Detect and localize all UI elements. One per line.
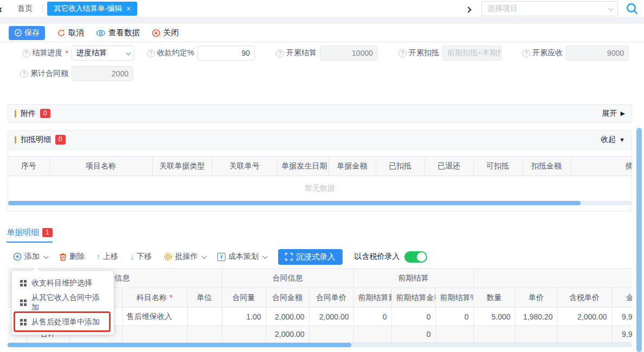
deduction-count-badge: 0 [55,135,66,145]
total-contract-amount: 2,000.00 [266,326,309,343]
attachments-header: 附件 0 展开 ▶ [8,104,632,123]
cell-subject[interactable]: 售后维保收入 [122,308,187,326]
field-payment-pct: ? 收款约定% 90 [140,45,255,61]
search-icon[interactable] [626,2,639,15]
col-prev-qty: 前期结算量 [353,288,391,308]
undo-icon [57,29,66,37]
gear-icon [164,252,172,261]
cost-plan-button[interactable]: ¥ 成本策划 [217,252,266,262]
cell-prev-amount[interactable]: 0 [391,308,435,326]
collapse-triangle-icon: ▼ [619,136,625,143]
hscroll-thumb[interactable] [8,343,351,347]
help-icon: ? [22,49,30,57]
cell-unit[interactable] [187,308,222,326]
add-label: 添加 [24,252,40,262]
fullscreen-corners-icon [285,253,293,260]
settle-progress-label: 结算进度 [33,48,63,58]
col-subject: 科目名称 * [122,288,187,308]
save-button[interactable]: 保存 [9,26,45,40]
chevron-down-icon [262,253,268,259]
cell-amount[interactable]: 9,901.00 [611,308,632,326]
arrow-down-icon: ↓ [130,252,134,261]
deduction-collapse-button[interactable]: 收起 ▼ [601,135,625,145]
empty-state-text: 暂无数据 [8,176,632,201]
tax-included-toggle[interactable] [404,251,427,263]
toggle-knob [417,252,426,262]
group-previous-settle: 前期结算 [353,269,473,288]
eye-icon [96,29,106,37]
tab-overflow-arrow-icon[interactable] [466,4,474,14]
cum-settle-value: 10000 [352,49,373,57]
help-icon: ? [20,70,28,78]
chevron-down-icon [608,5,614,11]
col-doc-date: 单据发生日期 [277,157,329,176]
cell-price[interactable]: 1,980.20 [515,308,557,326]
plus-circle-icon [13,252,22,261]
move-up-button[interactable]: ↑ 上移 [96,252,118,262]
tab-active-label: 其它收入结算单-编辑 [54,4,122,14]
view-data-button[interactable]: 查看数据 [96,28,140,38]
col-contract-qty: 合同量 [222,288,266,308]
help-icon: ? [398,49,407,57]
cell-qty[interactable]: 5.000 [473,308,515,326]
cell-prev-qty[interactable]: 0 [353,308,391,326]
cum-deduct-placeholder: 前期扣抵+本期扣抵 [447,48,501,58]
cell-prev-pct[interactable]: 0 [435,308,473,326]
field-settle-progress: ? 结算进度 * 进度结算 [12,45,134,61]
settle-progress-select[interactable]: 进度结算 [72,45,134,61]
tab-home[interactable]: 首页 [12,2,38,16]
cum-receivable-value: 9000 [607,49,624,57]
chevron-down-icon [43,253,49,259]
col-contract-amount: 合同金额 [266,288,309,308]
col-tax-price: 含税单价 [557,288,611,308]
cell-contract-price[interactable]: 2,000.00 [309,308,353,326]
save-label: 保存 [24,28,40,38]
cum-settle-input: 10000 [320,45,378,61]
cum-deduct-label: 开累扣抵 [409,48,439,58]
menu-item-subject-maintain[interactable]: 收支科目维护选择 [12,273,114,293]
close-button[interactable]: 关闭 [152,28,179,38]
vertical-scrollbar-thumb[interactable] [636,128,642,352]
delete-button[interactable]: 删除 [59,252,85,262]
grid-icon [20,280,23,283]
col-seq: 序号 [8,157,49,176]
tab-divider [42,4,43,13]
col-price: 单价 [515,288,557,308]
col-unit: 单位 [187,288,222,308]
collapse-label: 收起 [601,135,616,145]
col-returned: 已退还 [424,157,473,176]
menu-item-from-aftersale-order[interactable]: 从售后处理单中添加 [12,312,114,332]
field-cum-deduct: ? 开累扣抵 前期扣抵+本期扣抵 [398,45,501,61]
cost-plan-label: 成本策划 [228,252,259,262]
immersive-entry-button[interactable]: 沉浸式录入 [278,249,343,265]
hscroll-thumb[interactable] [8,201,581,205]
cum-contract-label: 累计合同额 [30,69,68,79]
project-select[interactable]: 选择项目 [481,1,618,16]
col-remark: 摘要 [571,157,632,176]
move-down-button[interactable]: ↓ 下移 [130,252,152,262]
add-button[interactable]: 添加 [13,252,47,262]
tab-close-icon[interactable]: × [126,5,131,12]
help-icon: ? [522,49,530,57]
tab-active-document[interactable]: 其它收入结算单-编辑 × [47,2,137,16]
cum-settle-label: 开累结算 [286,48,317,58]
detail-hscrollbar [8,343,632,347]
attachments-expand-button[interactable]: 展开 ▶ [602,109,625,119]
yen-square-icon: ¥ [217,253,226,261]
cancel-button[interactable]: 取消 [57,28,84,38]
menu-item-from-other-income-contract[interactable]: 从其它收入合同中添加 [12,293,114,312]
batch-ops-button[interactable]: 批操作 [164,252,205,262]
deduction-title: 扣抵明细 [21,135,51,145]
tab-detail[interactable]: 单据明细 1 [7,227,53,243]
cell-tax-price[interactable]: 2,000.00 [557,308,611,326]
required-mark: * [170,293,172,302]
col-deducted: 已扣抵 [376,157,424,176]
total-prev-amount: 0 [391,326,435,343]
project-select-placeholder: 选择项目 [487,4,518,14]
payment-pct-input[interactable]: 90 [197,45,255,61]
cell-contract-qty[interactable]: 1.00 [222,308,266,326]
cum-deduct-input: 前期扣抵+本期扣抵 [442,45,501,61]
cell-contract-amount[interactable]: 2,000.00 [266,308,309,326]
menu-item-label: 从售后处理单中添加 [31,317,100,327]
field-cum-contract: ? 累计合同额 2000 [12,66,133,81]
